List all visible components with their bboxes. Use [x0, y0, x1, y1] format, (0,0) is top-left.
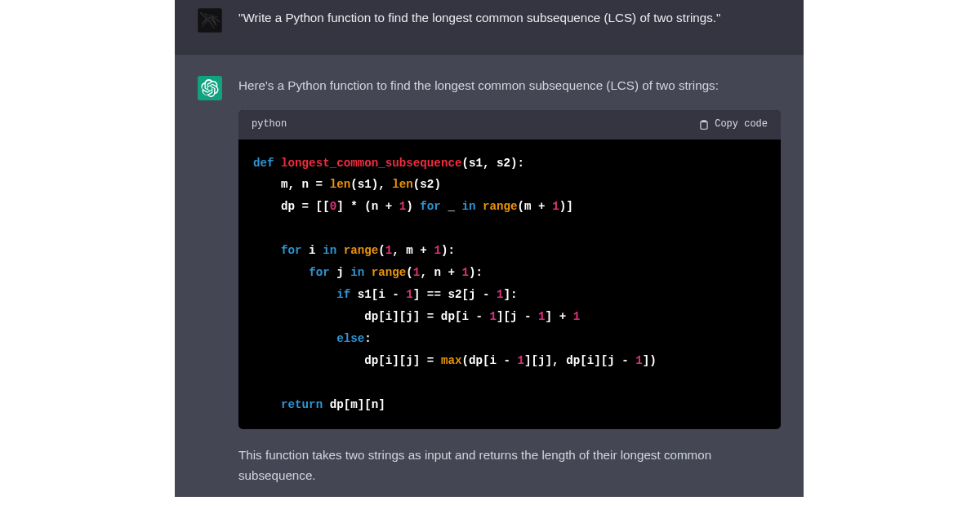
code-body[interactable]: def longest_common_subsequence(s1, s2): …	[238, 140, 781, 430]
copy-code-button[interactable]: Copy code	[698, 117, 768, 132]
code-language-label: python	[252, 117, 287, 132]
user-message-row: "Write a Python function to find the lon…	[175, 0, 804, 55]
chat-container: "Write a Python function to find the lon…	[175, 0, 804, 497]
code-block: python Copy code def longest_common_subs…	[238, 110, 781, 429]
assistant-message-row: Here's a Python function to find the lon…	[175, 55, 804, 497]
assistant-outro-text: This function takes two strings as input…	[238, 445, 781, 485]
clipboard-icon	[698, 119, 710, 131]
user-avatar-icon	[198, 9, 221, 32]
assistant-message-content: Here's a Python function to find the lon…	[238, 76, 781, 485]
user-text: "Write a Python function to find the lon…	[238, 11, 720, 24]
copy-code-label: Copy code	[715, 117, 768, 132]
assistant-intro-text: Here's a Python function to find the lon…	[238, 76, 781, 95]
openai-logo-icon	[201, 79, 219, 97]
assistant-avatar	[198, 76, 222, 100]
svg-rect-2	[701, 122, 707, 129]
user-avatar	[198, 8, 222, 33]
code-header: python Copy code	[238, 110, 781, 139]
user-message-content: "Write a Python function to find the lon…	[238, 8, 781, 33]
